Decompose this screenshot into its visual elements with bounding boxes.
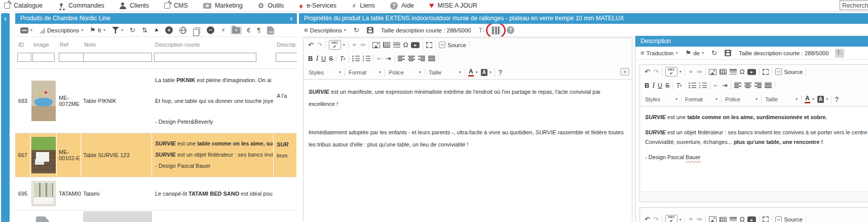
insert-video-button[interactable]: ▶ xyxy=(746,215,758,222)
menu-item-aide[interactable]: ?Aide xyxy=(390,2,414,10)
redo-button[interactable]: ↷ xyxy=(652,215,660,222)
save-button[interactable] xyxy=(365,26,375,34)
unlink-button[interactable]: ⚮ xyxy=(359,41,367,50)
transfer-button[interactable]: ⇅ xyxy=(140,26,149,35)
column-header-nom[interactable]: Nom xyxy=(81,37,152,50)
column-header-image[interactable]: Image xyxy=(30,37,57,50)
align-left-button[interactable] xyxy=(396,55,406,62)
descriptions-columns-button[interactable]: ¶ xyxy=(255,26,262,35)
police-dropdown[interactable]: Police▾ xyxy=(387,68,423,77)
align-justify-button[interactable] xyxy=(427,55,437,62)
maximize-button[interactable] xyxy=(425,41,434,49)
add-to-category-button[interactable]: + xyxy=(231,26,242,34)
remove-format-button[interactable]: Tx xyxy=(338,54,347,63)
bullet-list-button[interactable] xyxy=(698,82,708,89)
filter-button[interactable]: ▾ xyxy=(110,26,125,34)
align-left-button[interactable] xyxy=(733,82,743,89)
police-dropdown[interactable]: Police▾ xyxy=(723,95,760,103)
horizontal-rule-button[interactable] xyxy=(392,41,402,49)
table-row-683[interactable]: 683ME-0072METable PIKNIKLa table PIKNIK … xyxy=(15,69,297,133)
styles-dropdown[interactable]: Styles▾ xyxy=(643,95,680,103)
remove-product-button[interactable]: − xyxy=(205,25,216,35)
ordered-list-button[interactable] xyxy=(351,55,361,62)
filter-input-id[interactable] xyxy=(17,53,31,62)
table-row-partial[interactable] xyxy=(15,210,297,222)
remove-format-button[interactable]: Tx xyxy=(674,81,683,90)
unlink-button[interactable]: ⚮ xyxy=(695,215,704,222)
bg-color-button[interactable]: A▾ xyxy=(479,68,493,77)
menu-item-marketing[interactable]: Marketing xyxy=(203,2,243,9)
text-size-button[interactable]: T↕ xyxy=(835,49,844,58)
source-button[interactable]: ‹›Source xyxy=(774,67,804,76)
underline-button[interactable]: U xyxy=(320,54,327,63)
special-char-button[interactable]: Ω xyxy=(738,215,746,222)
source-button[interactable]: ‹›Source xyxy=(774,215,804,222)
insert-video-button[interactable]: ▶ xyxy=(409,41,421,49)
table-row-695[interactable]: 695TATAMI001TatamiLe canapé-lit TATAMI B… xyxy=(15,177,297,210)
format-dropdown[interactable]: Format▾ xyxy=(347,68,383,77)
save-button[interactable] xyxy=(723,49,733,57)
layout-button[interactable]: ▾ xyxy=(19,26,34,34)
quick-actions-button[interactable]: ⚡ xyxy=(219,26,227,35)
table-row-667[interactable]: 667ME-00102-ETable SURVIE 123SURVIE est … xyxy=(15,133,297,177)
link-button[interactable]: ⚭ xyxy=(687,67,695,77)
undo-button[interactable]: ↶ xyxy=(643,67,652,77)
redo-button[interactable]: ↷ xyxy=(652,67,660,77)
traduction-menu-button[interactable]: ≡Traduction▾ xyxy=(639,49,680,58)
text-color-button[interactable]: A▾ xyxy=(803,94,816,104)
indent-button[interactable]: ⇥ xyxy=(721,81,729,90)
filter-input-image[interactable] xyxy=(32,53,55,62)
search-input[interactable] xyxy=(840,1,868,10)
bg-color-button[interactable]: A▾ xyxy=(816,95,829,104)
bold-button[interactable]: B xyxy=(307,54,314,63)
web-preview-button[interactable] xyxy=(178,26,188,35)
descriptions-view-button[interactable]: Descriptions▾ xyxy=(37,26,85,34)
format-dropdown[interactable]: Format▾ xyxy=(683,95,720,103)
insert-video-button[interactable]: ▶ xyxy=(746,68,758,76)
menu-item-commandes[interactable]: Commandes xyxy=(58,2,104,9)
columns-toggle-button[interactable] xyxy=(491,26,501,35)
insert-table-button[interactable] xyxy=(382,41,392,49)
menu-item-e-services[interactable]: ♦e-Services xyxy=(299,2,336,10)
insert-image-button[interactable] xyxy=(371,41,382,49)
add-product-button[interactable]: + xyxy=(164,25,174,35)
bullet-list-button[interactable] xyxy=(361,55,372,62)
collapse-chevron-icon[interactable]: › xyxy=(290,13,292,24)
filter-input-description-courte[interactable] xyxy=(154,53,256,62)
horizontal-rule-button[interactable] xyxy=(728,68,738,76)
spellcheck-button[interactable]: ABC✔▾ xyxy=(327,39,347,51)
select-mode-button[interactable]: ➤ xyxy=(153,26,160,34)
menu-item-catalogue[interactable]: Catalogue xyxy=(4,2,43,9)
insert-image-button[interactable] xyxy=(707,215,718,222)
descriptions-menu-button[interactable]: ≡Descriptions▾ xyxy=(303,26,348,35)
taille-dropdown[interactable]: Taille▾ xyxy=(427,68,463,77)
insert-table-button[interactable] xyxy=(718,216,728,222)
align-justify-button[interactable] xyxy=(763,82,773,89)
redo-button[interactable]: ↷ xyxy=(315,41,324,50)
align-center-button[interactable] xyxy=(743,82,753,89)
bold-button[interactable]: B xyxy=(643,81,651,90)
expand-chevron-icon[interactable]: › xyxy=(1,15,10,22)
menu-item-outils[interactable]: ⚙Outils xyxy=(258,2,284,10)
align-right-button[interactable] xyxy=(753,82,763,89)
menu-item-mise-a-jour[interactable]: ♥MISE A JOUR xyxy=(429,1,477,10)
column-header-ref[interactable]: Ref xyxy=(57,37,81,50)
undo-button[interactable]: ↶ xyxy=(307,41,315,50)
italic-button[interactable]: I xyxy=(314,54,320,64)
language-button[interactable]: ⚑de▾ xyxy=(684,49,705,58)
refresh-button[interactable]: ↻ xyxy=(128,26,137,35)
ordered-list-button[interactable] xyxy=(687,82,698,89)
align-center-button[interactable] xyxy=(406,55,417,62)
export-csv-button[interactable]: csv xyxy=(266,25,276,35)
special-char-button[interactable]: Ω xyxy=(738,67,746,77)
indent-button[interactable]: ⇥ xyxy=(384,54,393,63)
prices-button[interactable]: € xyxy=(245,26,252,35)
text-size-button[interactable]: T↕ xyxy=(477,26,486,35)
link-button[interactable]: ⚭ xyxy=(350,41,359,50)
menu-item-liens[interactable]: ⚡Liens xyxy=(352,2,375,10)
menu-item-cms[interactable]: CMS xyxy=(164,2,188,9)
column-header-id[interactable]: ID xyxy=(15,37,30,50)
collapsed-panel-strip[interactable]: › xyxy=(1,13,10,222)
outdent-button[interactable]: ⇤ xyxy=(375,54,384,63)
styles-dropdown[interactable]: Styles▾ xyxy=(307,68,343,77)
